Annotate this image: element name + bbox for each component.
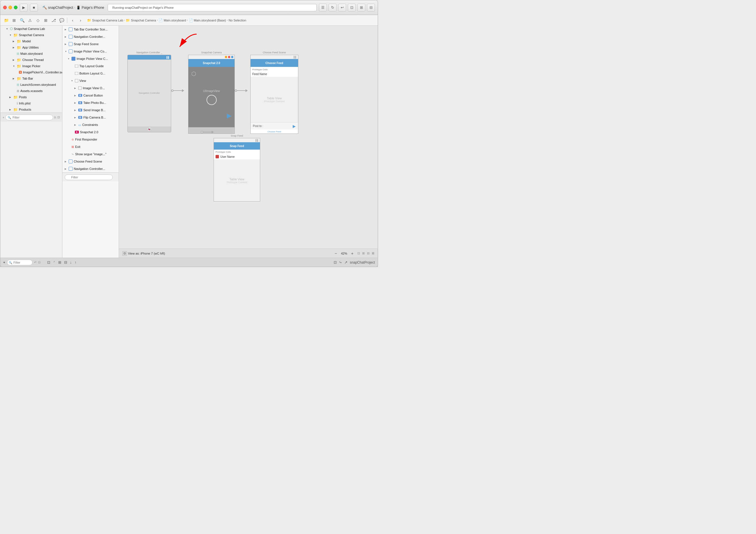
- sidebar-item-model[interactable]: ▶ 📁 Model: [0, 38, 62, 44]
- minimize-button[interactable]: [9, 6, 12, 9]
- search-icon[interactable]: 🔍: [18, 17, 26, 24]
- running-status: Running snapChatProject on Paige's iPhon…: [108, 4, 317, 11]
- align-tool[interactable]: ↓: [70, 260, 72, 265]
- add-button[interactable]: +: [3, 260, 5, 265]
- project-name: snapChatProject: [48, 6, 73, 10]
- scene-flip-camera-button[interactable]: ▶ B Flip Camera B...: [63, 114, 119, 121]
- bc-folder-icon: 📁: [87, 18, 91, 22]
- breakpoint-icon[interactable]: ◇: [34, 17, 41, 24]
- scene-image-picker-view[interactable]: ▼ Image Picker View Co...: [63, 48, 119, 55]
- sidebar-item-info-plist[interactable]: ▶ ℹ Info.plist: [0, 100, 62, 106]
- scene-take-photo-button[interactable]: ▶ B Take Photo Bu...: [63, 99, 119, 106]
- bc-snapchat-camera[interactable]: 📁 Snapchat Camera: [126, 18, 156, 22]
- stop-button[interactable]: ■: [30, 4, 38, 12]
- refresh-btn[interactable]: ↻: [329, 4, 337, 12]
- project-label: snapChatProject: [350, 261, 375, 265]
- grid-icon[interactable]: ⊞: [42, 17, 49, 24]
- zoom-in-button[interactable]: +: [349, 251, 355, 256]
- layout-btn1[interactable]: ⊡: [348, 4, 356, 12]
- toolbar: 📁 ⊞ 🔍 ⚠ ◇ ⊞ ⎇ 💬 ‹ › 📁 Snapchat Camera La…: [0, 15, 378, 26]
- layout-btn2[interactable]: ⊞: [357, 4, 365, 12]
- scene-view[interactable]: ▼ View: [63, 77, 119, 84]
- scene-snapchat-20[interactable]: ▶ K Snapchat 2.0: [63, 128, 119, 136]
- scene-cancel-button[interactable]: ▶ B Cancel Button: [63, 92, 119, 99]
- zoom-out-button[interactable]: −: [333, 251, 339, 256]
- connector-3: [201, 131, 214, 134]
- scene-top-layout-guide[interactable]: ▶ Top Layout Guide: [63, 63, 119, 70]
- scene-image-picker-controller[interactable]: ▼ Image Picker View C...: [63, 55, 119, 63]
- sidebar-item-image-picker[interactable]: ▼ 📁 Image Picker: [0, 63, 62, 69]
- bc-no-selection[interactable]: No Selection: [229, 19, 246, 22]
- constraint-tool[interactable]: ⊟: [64, 260, 67, 265]
- folder-icon[interactable]: 📁: [3, 17, 10, 24]
- sidebar-item-snapchat-camera[interactable]: ▼ 📁 Snapchat Camera: [0, 32, 62, 38]
- sidebar-filter-input[interactable]: [5, 114, 53, 120]
- bottom-status-bar: + 🔍 ↶ ⊡ ⊡ ⎖ ⊞ ⊟ ↓ ↑ ⊡ ⤷ ↗ snapChatProjec…: [0, 258, 378, 267]
- scene-show-segue[interactable]: ▶ ⤷ Show segue "image...": [63, 150, 119, 158]
- constraint-tool2[interactable]: ↗: [344, 260, 347, 265]
- zoom-controls: − 42% + ⊡ ⊞ ⊟ ⊠: [333, 251, 374, 256]
- iphone-selector[interactable]: ⊡ View as: iPhone 7 (wC hR): [122, 251, 165, 256]
- zoom-level: 42%: [341, 252, 347, 255]
- scene-first-responder[interactable]: ▶ ⊕ First Responder: [63, 136, 119, 143]
- scene-nav-controller1[interactable]: ▶ Navigation Controller...: [63, 33, 119, 40]
- sidebar-item-app-utilities[interactable]: ▶ 📁 App Utilities: [0, 44, 62, 51]
- connector-1: [171, 89, 184, 92]
- sidebar-item-main-storyboard[interactable]: ▶ ⊟ Main.storyboard: [0, 51, 62, 57]
- sidebar-item-launchscreen[interactable]: ▶ ⊟ LaunchScreen.storyboard: [0, 82, 62, 88]
- traffic-lights: [3, 6, 17, 9]
- back-btn[interactable]: ‹: [69, 17, 76, 24]
- source-control-icon[interactable]: ⊞: [11, 17, 18, 24]
- sidebar-item-tab-bar[interactable]: ▶ 📁 Tab Bar: [0, 75, 62, 82]
- scene-filter-input[interactable]: [65, 174, 113, 180]
- layout-btn3[interactable]: ⊟: [367, 4, 375, 12]
- storyboard-canvas[interactable]: Navigation Controller _ ▌▌ Navigation Co…: [119, 26, 378, 258]
- fullscreen-button[interactable]: [14, 6, 17, 9]
- segue-tool[interactable]: ⤷: [339, 260, 342, 265]
- scene-nav-controller2[interactable]: ▶ Navigation Controller...: [63, 165, 119, 172]
- navigator-toggle[interactable]: ☰: [319, 4, 327, 12]
- scene-send-image-button[interactable]: ▶ B Send Image B...: [63, 106, 119, 114]
- scene-exit[interactable]: ▶ ⊠ Exit: [63, 143, 119, 150]
- warning-icon[interactable]: ⚠: [26, 17, 34, 24]
- scene-image-view[interactable]: ▶ Image View O...: [63, 84, 119, 92]
- image-tool[interactable]: ⊡: [47, 260, 50, 265]
- bc-main-storyboard-base[interactable]: 📄 Main.storyboard (Base): [189, 18, 226, 22]
- snap-feed-scene: Snap Feed ▌▌ Snap Feed Prototype Cells U…: [214, 134, 260, 201]
- nav-controller-scene: Navigation Controller _ ▌▌ Navigation Co…: [127, 51, 171, 132]
- sidebar-item-posts[interactable]: ▶ 📁 Posts: [0, 94, 62, 100]
- scene-choose-feed[interactable]: ▶ Choose Feed Scene: [63, 158, 119, 165]
- window-controls: ☰ ↻ ↩ ⊡ ⊞ ⊟: [319, 4, 375, 12]
- forward-btn[interactable]: ›: [77, 17, 84, 24]
- sidebar-bottom-bar: + 🔍 ⎘ ⊡: [0, 113, 62, 122]
- scene-tab-bar-controller[interactable]: ▶ Tab Bar Controller Sce...: [63, 26, 119, 33]
- scene-constraints[interactable]: ▶ ⚏ Constraints: [63, 121, 119, 128]
- embed-tool[interactable]: ↑: [75, 260, 77, 265]
- bc-folder2-icon: 📁: [126, 18, 130, 22]
- stack-tool[interactable]: ⊞: [58, 260, 61, 265]
- sidebar-item-imagepicker-controller[interactable]: ▶ S ImagePickerVi...Controller.swift: [0, 69, 62, 75]
- scene-bottom-layout-guide[interactable]: ▶ Bottom Layout G...: [63, 70, 119, 77]
- comment-icon[interactable]: 💬: [58, 17, 65, 24]
- branch-icon[interactable]: ⎇: [50, 17, 57, 24]
- back-fwd[interactable]: ↩: [338, 4, 346, 12]
- label-tool[interactable]: ⎖: [53, 260, 55, 265]
- file-navigator: ▼ ⬡ Snapchat Camera Lab ▼ 📁 Snapchat Cam…: [0, 26, 63, 258]
- scene-snap-feed[interactable]: ▶ Snap Feed Scene: [63, 40, 119, 48]
- close-button[interactable]: [3, 6, 7, 9]
- device-name: Paige's iPhone: [82, 6, 104, 10]
- sidebar-item-assets[interactable]: ▶ ⊠ Assets.xcassets: [0, 88, 62, 94]
- sidebar-item-products[interactable]: ▶ 📁 Products: [0, 106, 62, 113]
- bc-storyboard2-icon: 📄: [189, 18, 193, 22]
- run-button[interactable]: ▶: [20, 4, 28, 12]
- sidebar-item-snapchat-camera-lab[interactable]: ▼ ⬡ Snapchat Camera Lab: [0, 26, 62, 32]
- breadcrumb: 📁 Snapchat Camera Lab › 📁 Snapchat Camer…: [87, 18, 375, 22]
- canvas-bottom-bar: ⊡ View as: iPhone 7 (wC hR) − 42% + ⊡ ⊞ …: [119, 249, 378, 258]
- bottom-tools: + 🔍 ↶ ⊡: [3, 260, 40, 265]
- nav-controller-tab-bar: 👻: [128, 126, 171, 132]
- bc-snapchat-camera-lab[interactable]: 📁 Snapchat Camera Lab: [87, 18, 123, 22]
- device-frame-tool[interactable]: ⊡: [334, 260, 337, 265]
- bc-main-storyboard[interactable]: 📄 Main.storyboard: [158, 18, 186, 22]
- main-content: ▼ ⬡ Snapchat Camera Lab ▼ 📁 Snapchat Cam…: [0, 26, 378, 258]
- sidebar-item-choose-thread[interactable]: ▶ 📁 Choose Thread: [0, 57, 62, 63]
